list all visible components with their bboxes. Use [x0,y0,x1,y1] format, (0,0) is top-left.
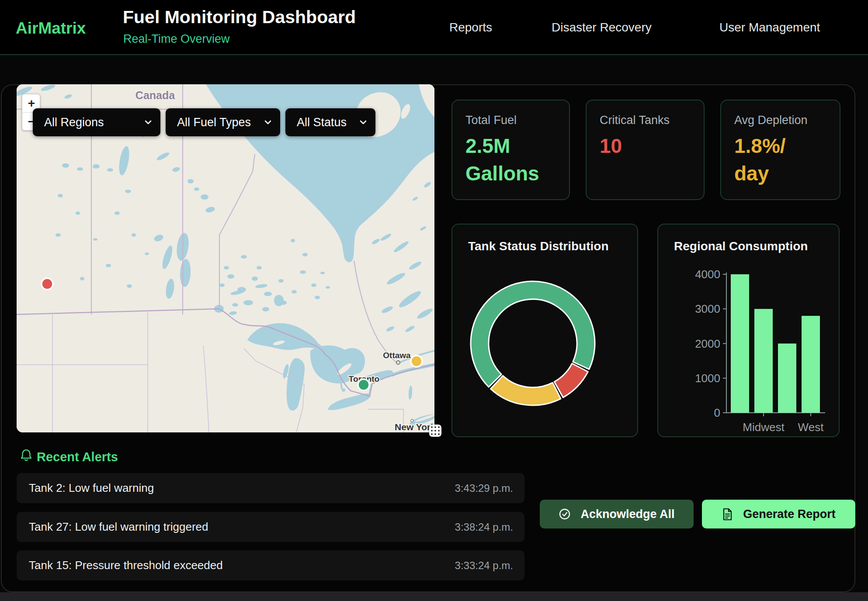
generate-report-button[interactable]: Generate Report [702,500,855,528]
nav-user-management[interactable]: User Management [719,21,820,35]
bar-0 [731,274,749,413]
map-label-new-york: New York [395,422,434,432]
map-label-canada: Canada [135,89,175,101]
svg-text:West: West [798,421,824,434]
fuel-type-filter-dropdown[interactable]: All Fuel Types [166,108,280,136]
stat-value: 1.8%/ day [734,132,826,187]
alert-text: Tank 15: Pressure threshold exceeded [29,559,223,572]
generate-report-label: Generate Report [743,508,836,521]
svg-text:0: 0 [714,406,720,419]
brand-logo: AirMatrix [16,19,86,38]
chevron-down-icon [360,120,367,124]
page-title: Fuel Monitoring Dashboard [123,7,356,28]
stat-card-critical-tanks: Critical Tanks 10 [586,100,705,200]
chevron-down-icon [264,120,271,124]
svg-text:3000: 3000 [695,302,720,315]
svg-text:Midwest: Midwest [743,421,785,434]
stat-card-avg-depletion: Avg Depletion 1.8%/ day [720,100,840,200]
bottom-scrollbar-area [0,592,868,601]
alert-row[interactable]: Tank 15: Pressure threshold exceeded 3:3… [17,550,524,580]
tank-status-card: Tank Status Distribution [451,224,638,437]
donut-slice-critical [554,363,588,397]
bar-chart-title: Regional Consumption [674,239,808,253]
map-label-ottawa: Ottawa [383,351,411,360]
stat-value: 10 [600,132,691,160]
alert-time: 3:38:24 p.m. [455,521,513,533]
alert-text: Tank 27: Low fuel warning triggered [29,520,208,534]
donut-slice-warning [491,376,561,405]
stat-value: 2.5M Gallons [465,132,556,187]
alert-row[interactable]: Tank 2: Low fuel warning 3:43:29 p.m. [17,473,524,503]
stat-label: Critical Tanks [600,114,691,127]
tank-marker-normal[interactable] [358,379,369,390]
alert-time: 3:33:24 p.m. [455,560,513,572]
fuel-monitoring-dashboard: AirMatrix Fuel Monitoring Dashboard Real… [0,0,868,601]
ottawa-town-dot [396,361,400,364]
bell-icon [19,448,33,463]
alert-time: 3:43:29 p.m. [455,482,513,494]
document-icon [722,508,733,521]
new-york-town-dot [411,419,413,422]
alert-row[interactable]: Tank 27: Low fuel warning triggered 3:38… [17,512,524,542]
svg-text:1000: 1000 [695,372,720,385]
regional-consumption-bar-chart: 01000200030004000MidwestWest [658,225,840,436]
status-filter-dropdown[interactable]: All Status [285,108,375,136]
acknowledge-all-button[interactable]: Acknowledge All [540,500,694,528]
region-filter-dropdown[interactable]: All Regions [33,108,160,136]
region-filter-value: All Regions [44,116,104,129]
bar-2 [778,344,796,413]
tank-marker-warning[interactable] [411,356,422,367]
tank-marker-critical[interactable] [42,278,53,290]
nav-disaster-recovery[interactable]: Disaster Recovery [552,21,652,35]
svg-text:2000: 2000 [695,337,720,350]
status-filter-value: All Status [297,116,347,129]
map[interactable]: Canada Ottawa Toronto New York [17,84,434,432]
stat-label: Avg Depletion [734,114,826,127]
stat-label: Total Fuel [465,114,556,127]
map-resize-handle[interactable] [429,425,441,437]
recent-alerts-heading: Recent Alerts [37,450,118,464]
page-subtitle: Real-Time Overview [123,32,230,46]
fuel-type-filter-value: All Fuel Types [177,116,251,129]
nav-reports[interactable]: Reports [449,21,492,35]
tank-status-donut-chart [452,225,639,436]
regional-consumption-card: Regional Consumption 01000200030004000Mi… [657,224,840,437]
bar-1 [754,309,773,413]
svg-text:4000: 4000 [695,268,720,281]
donut-chart-title: Tank Status Distribution [468,239,609,253]
acknowledge-all-label: Acknowledge All [580,508,674,521]
alert-text: Tank 2: Low fuel warning [29,481,154,495]
chevron-down-icon [145,120,152,124]
stat-card-total-fuel: Total Fuel 2.5M Gallons [451,100,570,200]
check-circle-icon [559,508,571,520]
bar-3 [802,316,820,413]
